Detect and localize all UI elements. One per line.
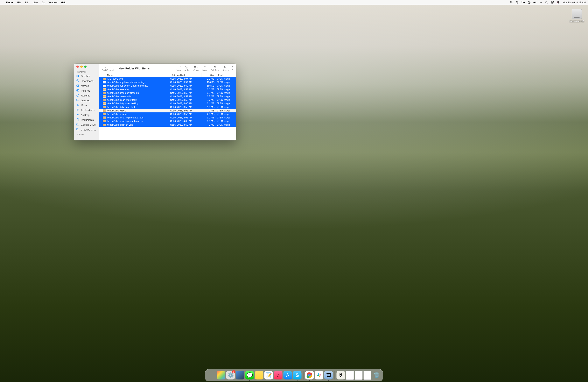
file-row[interactable]: Yeedi Cube installing side brushesOct 6,… — [99, 119, 236, 123]
close-button[interactable] — [76, 65, 79, 68]
file-row[interactable]: Yeedi Cube clean water tankOct 6, 2023, … — [99, 98, 236, 102]
column-name[interactable]: Name — [106, 73, 170, 77]
toolbar-tags[interactable]: Edit Tags — [211, 65, 219, 71]
file-name: Yeedi Cube dirty water leaking — [107, 102, 170, 105]
dock-recent-app[interactable]: 🎙 — [336, 371, 345, 380]
wifi-icon[interactable] — [539, 1, 542, 4]
back-button[interactable]: ‹ — [105, 65, 106, 69]
file-date: Oct 6, 2023, 3:59 AM — [170, 124, 201, 126]
menu-help[interactable]: Help — [59, 1, 68, 4]
file-kind: JPEG image — [217, 124, 236, 126]
sidebar-item-desktop[interactable]: Desktop — [74, 98, 99, 103]
sidebar-item-creative-clo-[interactable]: Creative Clo… — [74, 127, 99, 132]
sidebar-item-pictures[interactable]: Pictures — [74, 88, 99, 93]
toolbar-help[interactable]: ? ? — [232, 66, 233, 71]
dock-chrome[interactable] — [305, 371, 314, 380]
menu-file[interactable]: File — [16, 1, 23, 4]
column-size[interactable]: Size — [201, 73, 217, 77]
file-date: Oct 6, 2023, 3:58 AM — [170, 99, 201, 101]
dock-recent-doc-2[interactable] — [355, 371, 363, 380]
app-menu[interactable]: Finder — [4, 1, 16, 4]
column-date[interactable]: Date Modified — [170, 73, 201, 77]
file-kind: JPEG image — [217, 106, 236, 108]
file-date: Oct 6, 2023, 4:05 AM — [170, 116, 201, 119]
sidebar-item-applications[interactable]: Applications — [74, 108, 99, 113]
siri-icon[interactable] — [557, 1, 560, 4]
dock-freeform[interactable]: 📝 — [264, 371, 273, 380]
file-kind: JPEG image — [217, 88, 236, 91]
file-row[interactable]: Yeedi Cube base stationOct 6, 2023, 3:59… — [99, 95, 236, 98]
svg-rect-34 — [195, 67, 196, 68]
sidebar-item-music[interactable]: Music — [74, 103, 99, 108]
file-name: Yeedi Cube dirty water tank — [107, 106, 170, 108]
dock-skype[interactable]: S — [293, 371, 302, 380]
file-thumbnail-icon — [103, 124, 106, 126]
dock-preview[interactable]: 🖼 — [324, 371, 333, 380]
file-kind: JPEG image — [217, 99, 236, 101]
dock-recent-doc-1[interactable] — [346, 371, 354, 380]
battery-icon[interactable] — [533, 1, 536, 4]
menu-go[interactable]: Go — [40, 1, 47, 4]
svg-rect-24 — [77, 109, 78, 110]
dock-slack[interactable] — [315, 371, 323, 380]
file-row[interactable]: Yeedi Cube HEROOct 6, 2023, 4:06 AM2 MBJ… — [99, 109, 236, 112]
file-row[interactable]: Yeedi Cube app base station settingsOct … — [99, 81, 236, 84]
dock-messages[interactable]: 💬 — [245, 371, 254, 380]
file-list[interactable]: IMG_8391.jpegOct 6, 2023, 4:07 AM2.1 MBJ… — [99, 77, 236, 140]
action-icon — [185, 65, 188, 69]
file-size: 2.3 MB — [201, 113, 217, 116]
toolbar-action[interactable]: ⌄ Action — [185, 65, 190, 71]
time-machine-icon[interactable] — [527, 1, 531, 4]
dock-launchpad[interactable] — [217, 371, 225, 380]
control-center-icon[interactable] — [551, 1, 554, 4]
svg-point-36 — [224, 66, 226, 68]
file-row[interactable]: Yeedi Cube stuck on ventOct 6, 2023, 3:5… — [99, 123, 236, 127]
dock-recent-doc-3[interactable] — [364, 371, 371, 380]
dock-music[interactable]: ♫ — [274, 371, 283, 380]
file-row[interactable]: IMG_8391.jpegOct 6, 2023, 4:07 AM2.1 MBJ… — [99, 77, 236, 81]
file-row[interactable]: Yeedi Cube dirty water leakingOct 6, 202… — [99, 102, 236, 105]
file-row[interactable]: Yeedi Cube assembly close upOct 6, 2023,… — [99, 91, 236, 95]
desktop-icon-macintosh-hd[interactable]: Macintosh HD — [569, 9, 585, 22]
sidebar-item-airdrop[interactable]: AirDrop — [74, 113, 99, 117]
column-kind[interactable]: Kind — [217, 73, 236, 77]
toolbar-search[interactable]: Search — [222, 65, 229, 71]
forward-button[interactable]: › — [109, 65, 110, 69]
file-kind: JPEG image — [217, 85, 236, 87]
toolbar-group[interactable]: ⌄ Group — [193, 65, 199, 71]
file-row[interactable]: Yeedi Cube installing mop pad.jpegOct 6,… — [99, 116, 236, 119]
svg-point-23 — [78, 105, 79, 106]
menu-view[interactable]: View — [31, 1, 40, 4]
creative-cloud-status-icon[interactable] — [516, 1, 519, 4]
sidebar-item-google-drive[interactable]: Google Drive — [74, 122, 99, 127]
sidebar-item-recents[interactable]: Recents — [74, 93, 99, 98]
dock-app-store[interactable]: A — [284, 371, 292, 380]
minimize-button[interactable] — [80, 65, 83, 68]
file-thumbnail-icon — [103, 92, 106, 94]
date-time[interactable]: Mon Nov 6 8:17 AM — [563, 1, 586, 4]
menu-edit[interactable]: Edit — [23, 1, 31, 4]
input-source-indicator[interactable]: UA — [522, 1, 525, 4]
sidebar-item-dropbox[interactable]: Dropbox — [74, 74, 99, 79]
menu-window[interactable]: Window — [47, 1, 59, 4]
dock-system-settings[interactable]: ⚙️1 — [226, 371, 235, 380]
sidebar-item-downloads[interactable]: Downloads — [74, 79, 99, 84]
spotlight-icon[interactable] — [545, 1, 548, 4]
dock-mission-control[interactable] — [236, 371, 244, 380]
svg-rect-25 — [78, 109, 79, 110]
fullscreen-button[interactable] — [84, 65, 86, 68]
dropbox-status-icon[interactable] — [510, 1, 513, 4]
file-row[interactable]: Yeedi Cube assemblyOct 6, 2023, 3:58 AM2… — [99, 88, 236, 91]
file-date: Oct 6, 2023, 4:05 AM — [170, 120, 201, 123]
toolbar-view[interactable]: ☰ ⌃ View — [177, 65, 181, 71]
file-row[interactable]: Yeedi Cube dirty water tankOct 6, 2023, … — [99, 106, 236, 109]
file-row[interactable]: Yeedi Cube in actionOct 6, 2023, 3:59 AM… — [99, 112, 236, 116]
sidebar-item-documents[interactable]: Documents — [74, 117, 99, 122]
dock-notes[interactable] — [255, 371, 263, 380]
file-row[interactable]: Yeedi Cube app select cleaning settingsO… — [99, 84, 236, 87]
file-name: Yeedi Cube installing mop pad.jpeg — [107, 116, 170, 119]
dock-trash[interactable]: 🗑️ — [372, 371, 381, 380]
svg-line-6 — [547, 3, 547, 3]
toolbar-share[interactable]: Share — [202, 65, 208, 71]
sidebar-item-movies[interactable]: Movies — [74, 84, 99, 88]
